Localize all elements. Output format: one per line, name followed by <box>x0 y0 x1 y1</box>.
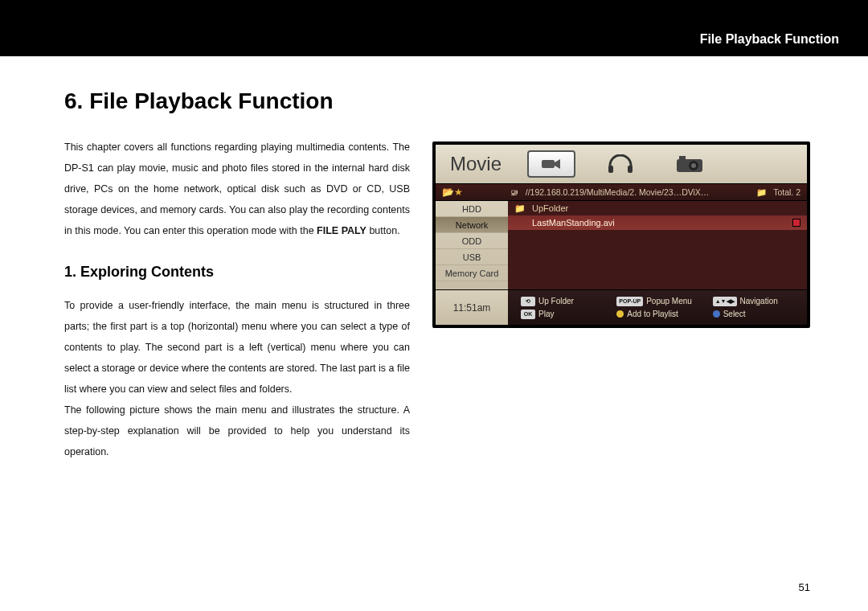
svg-point-6 <box>691 163 696 168</box>
file-play-keyword: FILE PALY <box>317 225 366 236</box>
svg-rect-0 <box>542 160 555 168</box>
svg-marker-1 <box>555 159 560 169</box>
file-name: UpFolder <box>532 203 568 213</box>
total-count: Total. 2 <box>773 187 800 197</box>
hint-upfolder: ⟲Up Folder <box>521 297 608 306</box>
fav-star-icon[interactable]: 📂★ <box>442 187 463 198</box>
sidebar-item-memorycard[interactable]: Memory Card <box>436 265 508 281</box>
followup-paragraph: The following picture shows the main men… <box>64 400 410 462</box>
device-sidebar: HDD Network ODD USB Memory Card <box>436 201 508 289</box>
structure-paragraph: To provide a user-friendly interface, th… <box>64 295 410 400</box>
camcorder-icon <box>541 157 562 171</box>
svg-rect-7 <box>679 156 686 160</box>
file-row-upfolder[interactable]: 📁 UpFolder <box>508 201 807 215</box>
photo-tab[interactable] <box>665 150 714 178</box>
device-top-bar: Movie <box>436 145 807 183</box>
intro-paragraph: This chapter covers all functions regard… <box>64 137 410 241</box>
headphones-icon <box>607 154 634 174</box>
sidebar-item-usb[interactable]: USB <box>436 249 508 265</box>
sidebar-item-network[interactable]: Network <box>436 217 508 233</box>
hint-navigation: ▲▼◀▶Navigation <box>713 297 800 306</box>
header-title: File Playback Function <box>700 32 839 47</box>
file-list: 📁 UpFolder LastManStanding.avi <box>508 201 807 289</box>
svg-rect-2 <box>608 166 613 173</box>
file-name: LastManStanding.avi <box>532 218 786 228</box>
page-heading: 6. File Playback Function <box>64 88 410 114</box>
movie-tab[interactable] <box>527 150 575 178</box>
hint-add-playlist: Add to Playlist <box>616 310 704 319</box>
hint-select: Select <box>713 310 800 319</box>
clock: 11:51am <box>436 290 508 325</box>
music-tab[interactable] <box>596 150 645 178</box>
file-row-selected[interactable]: LastManStanding.avi <box>508 215 807 230</box>
network-drive-icon: 🖳 <box>510 187 519 197</box>
path-bar: 📂★ 🖳 //192.168.0.219/MultiMedia/2. Movie… <box>436 183 807 201</box>
section-heading: 1. Exploring Contents <box>64 264 410 281</box>
hint-play: OKPlay <box>521 310 608 319</box>
sidebar-item-odd[interactable]: ODD <box>436 233 508 249</box>
folder-total-icon: 📁 <box>756 187 767 198</box>
svg-rect-3 <box>628 166 633 173</box>
current-path: //192.168.0.219/MultiMedia/2. Movie/23…D… <box>526 187 710 197</box>
sidebar-item-hdd[interactable]: HDD <box>436 201 508 217</box>
camera-icon <box>676 155 703 173</box>
intro-text-b: button. <box>366 225 400 236</box>
folder-icon: 📁 <box>514 203 526 214</box>
device-screenshot: Movie 📂★ 🖳 //192.168.0.219/MultiMedia/2.… <box>432 141 810 328</box>
media-mode-title: Movie <box>445 153 506 175</box>
hint-popup: POP-UPPopup Menu <box>616 297 704 306</box>
hint-bar: 11:51am ⟲Up Folder POP-UPPopup Menu ▲▼◀▶… <box>436 289 807 325</box>
intro-text-a: This chapter covers all functions regard… <box>64 141 410 236</box>
stop-indicator-icon <box>792 219 800 227</box>
page-number: 51 <box>799 581 810 593</box>
